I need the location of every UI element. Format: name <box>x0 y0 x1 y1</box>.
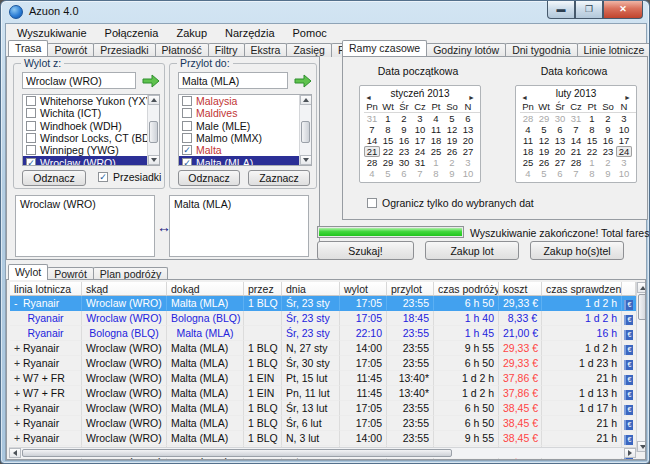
calendar-day[interactable]: 3 <box>616 113 632 124</box>
calendar-day[interactable]: 24 <box>412 146 428 157</box>
calendar-day[interactable]: 28 <box>364 157 380 168</box>
calendar-day[interactable]: 8 <box>584 124 600 135</box>
calendar-day[interactable]: 31 <box>412 157 428 168</box>
column-header-skąd[interactable]: skąd <box>82 282 167 296</box>
calendar-day[interactable]: 4 <box>520 124 536 135</box>
checkbox-icon[interactable] <box>182 108 192 118</box>
calendar-day[interactable]: 2 <box>600 113 616 124</box>
calendar-day[interactable]: 14 <box>568 135 584 146</box>
calendar-day[interactable]: 10 <box>412 124 428 135</box>
calendar-day[interactable]: 6 <box>552 124 568 135</box>
currency-euro-icon[interactable]: € <box>624 315 633 325</box>
checkbox-icon[interactable] <box>26 145 36 155</box>
departure-summary-box[interactable]: Wroclaw (WRO) <box>15 195 155 257</box>
calendar-day[interactable]: 10 <box>616 124 632 135</box>
flight-row[interactable]: +RyanairWroclaw (WRO)Malta (MLA)1 BLQŚr,… <box>10 356 636 371</box>
calendar-next-icon[interactable]: ► <box>468 90 475 105</box>
checkbox-icon[interactable]: ✓ <box>182 158 192 166</box>
calendar-day[interactable]: 6 <box>460 113 476 124</box>
flight-row[interactable]: +RyanairWroclaw (WRO)Malta (MLA)1 BLQŚr,… <box>10 416 636 431</box>
currency-euro-icon[interactable]: € <box>624 405 633 415</box>
calendar-day[interactable]: 7 <box>568 124 584 135</box>
calendar-day[interactable]: 3 <box>460 157 476 168</box>
transfers-checkbox-icon[interactable]: ✓ <box>98 172 108 182</box>
calendar-day-selected[interactable]: 21 <box>364 146 380 157</box>
tab-przesiadki[interactable]: Przesiadki <box>93 43 155 57</box>
tab-godziny-lotów[interactable]: Godziny lotów <box>426 43 506 57</box>
calendar-day[interactable]: 31 <box>568 113 584 124</box>
title-bar[interactable]: Azuon 4.0 ▬ ❐ ✕ <box>1 1 650 23</box>
results-grid-header[interactable]: linia lotniczaskąddokądprzezdniawylotprz… <box>10 282 636 296</box>
arrival-airport-item[interactable]: Malmo (MMX) <box>179 132 311 144</box>
currency-euro-icon[interactable]: € <box>624 300 633 310</box>
checkbox-icon[interactable] <box>26 96 36 106</box>
calendar-day[interactable]: 1 <box>584 157 600 168</box>
flight-row[interactable]: +RyanairWroclaw (WRO)Malta (MLA)1 BLQN, … <box>10 431 636 446</box>
currency-euro-icon[interactable]: € <box>624 360 633 370</box>
departure-airport-item[interactable]: Wichita (ICT) <box>23 107 159 119</box>
calendar-day[interactable]: 6 <box>396 168 412 179</box>
calendar-day[interactable]: 9 <box>444 168 460 179</box>
calendar-day[interactable]: 13 <box>552 135 568 146</box>
checkbox-icon[interactable] <box>26 108 36 118</box>
calendar-day[interactable]: 5 <box>444 113 460 124</box>
calendar-day[interactable]: 21 <box>568 146 584 157</box>
menu-zakup[interactable]: Zakup <box>167 26 216 40</box>
menu-narzędzia[interactable]: Narzędzia <box>216 26 284 40</box>
tab-filtry[interactable]: Filtry <box>208 43 245 57</box>
calendar-day[interactable]: 9 <box>600 168 616 179</box>
currency-euro-icon[interactable]: € <box>624 420 633 430</box>
currency-euro-icon[interactable]: € <box>624 330 633 340</box>
calendar-day[interactable]: 2 <box>444 157 460 168</box>
calendar-day[interactable]: 15 <box>380 135 396 146</box>
calendar-day[interactable]: 23 <box>600 146 616 157</box>
results-vscrollbar[interactable] <box>636 282 646 452</box>
calendar-day[interactable]: 8 <box>584 168 600 179</box>
vscroll-thumb[interactable] <box>301 121 310 143</box>
calendar-prev-icon[interactable]: ◄ <box>521 90 528 105</box>
calendar-day[interactable]: 1 <box>584 113 600 124</box>
calendar-day[interactable]: 22 <box>584 146 600 157</box>
calendar-day[interactable]: 8 <box>428 168 444 179</box>
calendar-day[interactable]: 12 <box>536 135 552 146</box>
tab-dni-tygodnia[interactable]: Dni tygodnia <box>505 43 577 57</box>
departure-airport-item[interactable]: Winnipeg (YWG) <box>23 144 159 156</box>
list-vscrollbar[interactable] <box>299 95 311 165</box>
buy-flight-button[interactable]: Zakup lot <box>425 241 519 260</box>
departure-go-arrow-icon[interactable] <box>142 74 160 88</box>
departure-airport-item[interactable]: Windsor Locks, CT (BDL) <box>23 132 159 144</box>
calendar-day[interactable]: 30 <box>552 113 568 124</box>
checkbox-icon[interactable]: ✓ <box>26 158 36 166</box>
scroll-left-icon[interactable] <box>9 448 21 458</box>
checkbox-icon[interactable] <box>26 121 36 131</box>
calendar-day[interactable]: 12 <box>444 124 460 135</box>
calendar-day[interactable]: 27 <box>460 146 476 157</box>
checkbox-icon[interactable] <box>182 133 192 143</box>
calendar-day[interactable]: 30 <box>396 157 412 168</box>
departure-airport-item[interactable]: Windhoek (WDH) <box>23 120 159 132</box>
checkbox-icon[interactable]: ✓ <box>182 145 192 155</box>
results-hscrollbar[interactable] <box>9 447 636 458</box>
calendar-day[interactable]: 8 <box>380 124 396 135</box>
calendar-day-selected[interactable]: 24 <box>616 146 632 157</box>
calendar-day[interactable]: 16 <box>600 135 616 146</box>
expand-icon[interactable]: + <box>14 431 23 446</box>
calendar-day[interactable]: 10 <box>460 168 476 179</box>
results-tab-wylot[interactable]: Wylot <box>8 264 48 280</box>
calendar-day[interactable]: 5 <box>380 168 396 179</box>
currency-euro-icon[interactable]: € <box>624 435 633 445</box>
expand-icon[interactable]: + <box>14 401 23 416</box>
arrival-airport-item[interactable]: Malaysia <box>179 95 311 107</box>
calendar-day[interactable]: 25 <box>428 146 444 157</box>
arrival-deselect-button[interactable]: Odznacz <box>178 170 240 186</box>
calendar-day[interactable]: 6 <box>552 168 568 179</box>
limit-dates-checkbox-icon[interactable] <box>367 198 377 208</box>
calendar-day[interactable]: 7 <box>568 168 584 179</box>
arrival-summary-box[interactable]: Malta (MLA) <box>169 195 309 257</box>
calendar-day[interactable]: 28 <box>568 157 584 168</box>
calendar-day[interactable]: 1 <box>380 113 396 124</box>
arrival-airport-item[interactable]: ✓Malta (MLA) <box>179 156 311 166</box>
calendar-day[interactable]: 7 <box>364 124 380 135</box>
calendar-day[interactable]: 5 <box>536 124 552 135</box>
calendar-day[interactable]: 11 <box>428 124 444 135</box>
